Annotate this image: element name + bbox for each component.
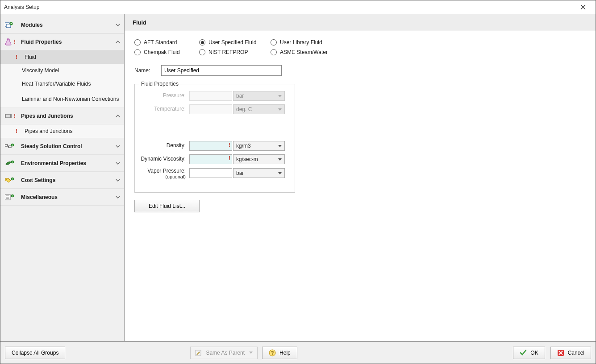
- sidebar-group-miscellaneous[interactable]: Miscellaneous: [0, 189, 124, 206]
- name-row: Name:: [134, 65, 586, 76]
- warning-icon: !: [14, 39, 16, 45]
- sidebar-item-heat-transfer[interactable]: Heat Transfer/Variable Fluids: [0, 77, 124, 91]
- dialog-footer: Collapse All Groups Same As Parent ? Hel…: [0, 341, 596, 364]
- chevron-up-icon: [115, 39, 121, 45]
- sidebar-item-label: Laminar and Non-Newtonian Corrections: [22, 96, 119, 103]
- radio-label: User Library Fluid: [280, 39, 322, 46]
- radio-label: ASME Steam/Water: [280, 49, 328, 55]
- chevron-down-icon: [115, 22, 121, 28]
- sidebar-group-label: Miscellaneous: [21, 194, 115, 200]
- temperature-label: Temperature:: [140, 106, 189, 112]
- svg-rect-9: [5, 145, 8, 146]
- svg-rect-10: [8, 146, 11, 148]
- radio-label: User Specified Fluid: [208, 39, 256, 46]
- spacer: [140, 117, 289, 141]
- dialog-body: Modules ! Fluid Properties ! Fluid Visco…: [0, 14, 596, 341]
- main-panel: Fluid AFT Standard User Specified Fluid …: [125, 14, 596, 341]
- chevron-up-icon: [115, 113, 121, 119]
- sidebar-group-label: Environmental Properties: [21, 160, 115, 166]
- radio-icon: [134, 49, 141, 55]
- radio-asme-steam[interactable]: ASME Steam/Water: [271, 49, 586, 55]
- collapse-all-groups-button[interactable]: Collapse All Groups: [5, 347, 65, 359]
- window-title: Analysis Setup: [4, 4, 574, 10]
- density-label: Density:: [140, 143, 189, 149]
- pressure-label: Pressure:: [140, 93, 189, 99]
- sidebar-group-cost-settings[interactable]: Cost Settings: [0, 172, 124, 189]
- pressure-row: Pressure: bar: [140, 91, 289, 101]
- radio-chempak[interactable]: Chempak Fluid: [134, 49, 199, 55]
- edit-icon: [195, 350, 201, 356]
- radio-icon: [199, 39, 205, 46]
- fluid-properties-fieldset: Fluid Properties Pressure: bar Temperatu…: [134, 84, 295, 193]
- window-close-button[interactable]: [574, 0, 592, 14]
- sidebar-item-viscosity-model[interactable]: Viscosity Model: [0, 64, 124, 77]
- radio-user-library[interactable]: User Library Fluid: [271, 39, 586, 46]
- solution-icon: [5, 143, 14, 149]
- svg-rect-5: [7, 39, 9, 40]
- svg-point-14: [6, 179, 7, 180]
- density-row: Density: kg/m3: [140, 141, 289, 151]
- viscosity-row: Dynamic Viscosity: kg/sec-m: [140, 154, 289, 165]
- radio-icon: [271, 39, 277, 46]
- close-icon: [580, 4, 586, 10]
- viscosity-label: Dynamic Viscosity:: [140, 156, 189, 162]
- sidebar-item-label: Fluid: [25, 54, 36, 61]
- radio-user-specified[interactable]: User Specified Fluid: [199, 39, 271, 46]
- radio-nist-refprop[interactable]: NIST REFPROP: [199, 49, 271, 55]
- panel-body: AFT Standard User Specified Fluid User L…: [125, 31, 596, 341]
- pressure-input: [189, 91, 232, 101]
- warning-icon: !: [14, 113, 16, 119]
- warning-icon: !: [16, 128, 22, 134]
- radio-label: Chempak Fluid: [144, 49, 180, 55]
- panel-title: Fluid: [125, 14, 596, 31]
- sidebar-group-pipes-junctions[interactable]: ! Pipes and Junctions: [0, 108, 124, 124]
- edit-fluid-list-button[interactable]: Edit Fluid List...: [134, 200, 200, 212]
- density-unit-select[interactable]: kg/m3: [233, 141, 285, 151]
- sidebar-group-label: Fluid Properties: [21, 39, 115, 45]
- vapor-pressure-row: Vapor Pressure: (optional) bar: [140, 167, 289, 182]
- check-icon: [520, 349, 527, 356]
- sidebar-group-steady-solution[interactable]: Steady Solution Control: [0, 138, 124, 155]
- sidebar-group-fluid-properties[interactable]: ! Fluid Properties: [0, 33, 124, 50]
- sidebar-item-laminar-corrections[interactable]: Laminar and Non-Newtonian Corrections: [0, 91, 124, 108]
- density-input[interactable]: [189, 141, 232, 151]
- viscosity-unit-select[interactable]: kg/sec-m: [233, 154, 285, 164]
- radio-label: AFT Standard: [144, 39, 177, 46]
- fieldset-legend: Fluid Properties: [139, 81, 180, 87]
- chevron-down-icon: [115, 161, 121, 166]
- leaf-icon: [5, 160, 14, 166]
- svg-rect-7: [5, 114, 6, 118]
- sidebar: Modules ! Fluid Properties ! Fluid Visco…: [0, 14, 125, 341]
- radio-icon: [199, 49, 205, 55]
- sidebar-group-label: Pipes and Junctions: [21, 113, 115, 119]
- radio-icon: [271, 49, 277, 55]
- same-as-parent-button: Same As Parent: [190, 347, 258, 359]
- vapor-pressure-unit-select[interactable]: bar: [233, 168, 285, 178]
- analysis-setup-window: Analysis Setup Modules ! Fluid Propertie…: [0, 0, 596, 364]
- help-button[interactable]: ? Help: [262, 347, 297, 359]
- cancel-button[interactable]: Cancel: [550, 347, 591, 359]
- sidebar-item-pipes-junctions[interactable]: ! Pipes and Junctions: [0, 124, 124, 138]
- radio-aft-standard[interactable]: AFT Standard: [134, 39, 199, 46]
- modules-icon: [5, 22, 13, 28]
- chevron-down-icon: [115, 194, 121, 200]
- sidebar-group-label: Modules: [21, 22, 115, 28]
- temperature-input: [189, 104, 232, 114]
- vapor-pressure-label: Vapor Pressure: (optional): [140, 168, 189, 180]
- sidebar-item-fluid[interactable]: ! Fluid: [0, 50, 124, 64]
- vapor-pressure-input[interactable]: [189, 168, 232, 178]
- name-label: Name:: [134, 67, 161, 74]
- name-input[interactable]: [161, 65, 282, 76]
- viscosity-input[interactable]: [189, 154, 232, 164]
- dropdown-icon: [249, 352, 253, 354]
- sidebar-group-modules[interactable]: Modules: [0, 17, 124, 33]
- chevron-down-icon: [115, 144, 121, 149]
- sidebar-group-environmental[interactable]: Environmental Properties: [0, 155, 124, 172]
- flask-icon: [5, 38, 13, 46]
- help-icon: ?: [269, 349, 276, 356]
- svg-rect-8: [10, 114, 12, 118]
- sidebar-item-label: Heat Transfer/Variable Fluids: [22, 81, 91, 87]
- temperature-unit-select: deg. C: [233, 104, 285, 114]
- list-icon: [5, 194, 14, 200]
- ok-button[interactable]: OK: [513, 347, 545, 359]
